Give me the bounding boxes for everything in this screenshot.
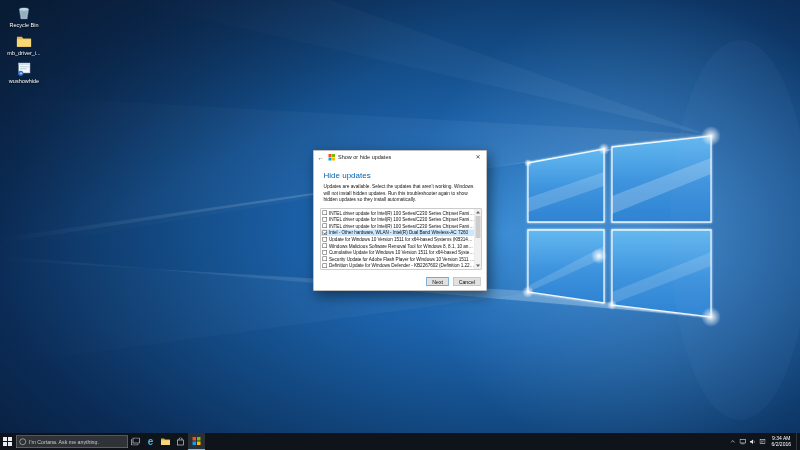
recycle-bin-icon (16, 4, 33, 21)
clock-date: 6/2/2016 (772, 442, 791, 448)
cortana-search-box[interactable]: I'm Cortana. Ask me anything. (16, 435, 128, 448)
update-checkbox[interactable] (323, 230, 328, 235)
update-label: INTEL driver update for Intel(R) 100 Ser… (329, 223, 475, 228)
task-view-button[interactable] (128, 433, 143, 450)
desktop-icon-label: wushowhide (2, 78, 46, 84)
update-row[interactable]: Update for Windows 10 Version 1511 for x… (321, 236, 475, 243)
back-button[interactable]: ← (318, 154, 326, 161)
network-icon (739, 439, 746, 445)
dialog-description: Updates are available. Select the update… (324, 184, 477, 203)
cortana-icon (20, 438, 27, 445)
windows-desktop-screen: Recycle Bin mb_driver_i... wushowhide ← … (0, 0, 800, 450)
desktop-icon-recycle-bin[interactable]: Recycle Bin (2, 4, 46, 28)
update-label: Definition Update for Windows Defender -… (329, 263, 475, 268)
desktop-icon-label: mb_driver_i... (2, 50, 46, 56)
taskbar-active-app-troubleshooter[interactable] (188, 433, 205, 450)
desktop-icon-wushowhide[interactable]: wushowhide (2, 61, 46, 84)
update-checkbox[interactable] (323, 237, 328, 242)
scroll-down-icon[interactable] (475, 263, 481, 270)
store-icon (177, 437, 185, 446)
update-checkbox[interactable] (323, 224, 328, 229)
troubleshooter-file-icon (16, 61, 32, 77)
network-button[interactable] (739, 433, 747, 450)
update-label: Windows Malicious Software Removal Tool … (329, 243, 475, 248)
update-row[interactable]: Cumulative Update for Windows 10 Version… (321, 249, 475, 256)
file-explorer-button[interactable] (158, 433, 173, 450)
desktop-icon-mb-driver-folder[interactable]: mb_driver_i... (2, 33, 46, 56)
action-center-button[interactable] (759, 433, 767, 450)
edge-button[interactable]: e (143, 433, 158, 450)
start-button[interactable] (0, 433, 15, 450)
updates-list: INTEL driver update for Intel(R) 100 Ser… (321, 209, 475, 269)
windows-start-icon (3, 437, 12, 446)
update-row[interactable]: INTEL driver update for Intel(R) 100 Ser… (321, 210, 475, 217)
update-row[interactable]: Windows Malicious Software Removal Tool … (321, 242, 475, 249)
troubleshooter-app-icon (193, 437, 201, 445)
close-icon[interactable]: ✕ (473, 154, 482, 160)
show-desktop-button[interactable] (796, 433, 799, 450)
folder-icon (16, 33, 33, 49)
action-center-icon (760, 439, 766, 445)
task-view-icon (131, 438, 140, 446)
update-label: Cumulative Update for Windows 10 Version… (329, 250, 475, 255)
update-checkbox[interactable] (323, 263, 328, 268)
file-explorer-icon (161, 438, 171, 446)
update-row[interactable]: INTEL driver update for Intel(R) 100 Ser… (321, 216, 475, 223)
show-hide-updates-dialog: ← Show or hide updates ✕ Hide updates Up… (313, 150, 487, 291)
store-button[interactable] (173, 433, 188, 450)
update-label: Update for Windows 10 Version 1511 for x… (329, 237, 475, 242)
cancel-button[interactable]: Cancel (453, 277, 480, 286)
update-checkbox[interactable] (323, 257, 328, 262)
scrollbar-thumb[interactable] (476, 216, 481, 238)
dialog-titlebar: ← Show or hide updates ✕ (314, 151, 487, 164)
dialog-buttons: Next Cancel (427, 277, 481, 286)
tray-overflow-button[interactable] (729, 433, 737, 450)
search-placeholder-text: I'm Cortana. Ask me anything. (29, 439, 99, 445)
system-tray: 9:34 AM 6/2/2016 (729, 433, 800, 450)
volume-button[interactable] (749, 433, 757, 450)
updates-listbox: INTEL driver update for Intel(R) 100 Ser… (321, 209, 482, 270)
dialog-title: Show or hide updates (338, 154, 470, 160)
volume-icon (750, 439, 756, 445)
update-checkbox[interactable] (323, 250, 328, 255)
update-row[interactable]: Security Update for Adobe Flash Player f… (321, 256, 475, 263)
dialog-heading: Hide updates (324, 171, 487, 180)
update-label: Intel - Other hardware, WLAN - Intel(R) … (329, 230, 468, 235)
update-checkbox[interactable] (323, 211, 328, 216)
next-button[interactable]: Next (427, 277, 449, 286)
update-checkbox[interactable] (323, 217, 328, 222)
scroll-up-icon[interactable] (475, 209, 481, 216)
list-scrollbar[interactable] (475, 209, 482, 269)
update-label: INTEL driver update for Intel(R) 100 Ser… (329, 217, 475, 222)
taskbar: I'm Cortana. Ask me anything. e (0, 433, 800, 450)
taskbar-clock[interactable]: 9:34 AM 6/2/2016 (769, 435, 794, 448)
troubleshooter-window-icon (329, 154, 336, 161)
update-row[interactable]: INTEL driver update for Intel(R) 100 Ser… (321, 223, 475, 230)
update-row[interactable]: Definition Update for Windows Defender -… (321, 262, 475, 269)
desktop-icon-label: Recycle Bin (2, 22, 46, 28)
update-label: Security Update for Adobe Flash Player f… (329, 256, 475, 261)
edge-icon: e (148, 437, 154, 447)
update-row[interactable]: Intel - Other hardware, WLAN - Intel(R) … (321, 229, 475, 236)
update-label: INTEL driver update for Intel(R) 100 Ser… (329, 210, 475, 215)
update-checkbox[interactable] (323, 244, 328, 249)
chevron-up-icon (730, 440, 735, 443)
